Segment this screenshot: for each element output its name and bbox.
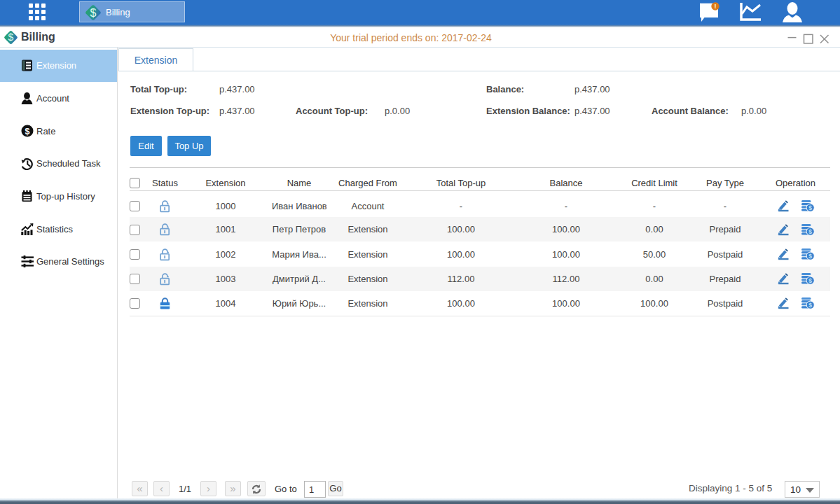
svg-text:$: $ xyxy=(25,127,30,136)
svg-text:$: $ xyxy=(90,7,97,19)
svg-text:$: $ xyxy=(808,302,812,309)
svg-text:$: $ xyxy=(808,253,812,260)
svg-text:$: $ xyxy=(808,204,812,211)
svg-text:!: ! xyxy=(715,3,717,10)
svg-text:$: $ xyxy=(808,277,812,284)
svg-text:$: $ xyxy=(808,228,812,235)
